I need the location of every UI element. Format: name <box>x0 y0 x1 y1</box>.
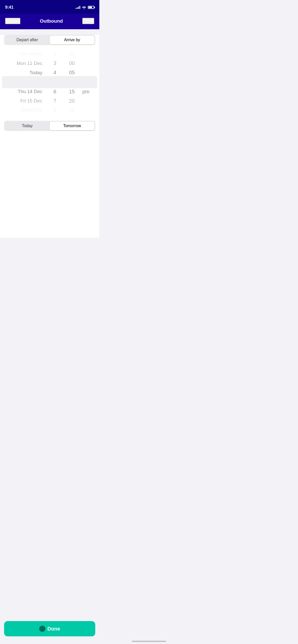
date-column[interactable]: Sun 10 Dec Mon 11 Dec Today Wed 13 Dec T… <box>0 49 46 115</box>
picker-ampm-am: am <box>82 77 91 87</box>
picker-hour-5: 7 <box>53 96 56 106</box>
picker-hour-6: 8 <box>54 106 56 115</box>
picker-date-4: Thu 14 Dec <box>18 87 42 96</box>
picker-hour-3: 5 <box>53 77 57 87</box>
picker-date-5: Fri 15 Dec <box>20 96 42 106</box>
picker-hour-2: 4 <box>53 68 56 77</box>
signal-icon <box>76 6 80 9</box>
today-button[interactable]: Today <box>5 122 50 130</box>
status-icons <box>76 6 94 9</box>
ampm-column[interactable]: am pm <box>80 49 99 115</box>
picker-hour-1: 3 <box>53 58 56 68</box>
picker-ampm-pm: pm <box>82 87 89 96</box>
picker-min-5: 20 <box>69 96 75 106</box>
status-time: 9:41 <box>5 5 13 10</box>
picker-date-0: Sun 10 Dec <box>20 49 42 58</box>
picker-min-1: 00 <box>69 58 75 68</box>
picker-min-6: 25 <box>69 106 74 115</box>
picker-date-6: Sat 16 Dec <box>21 106 42 115</box>
hour-column[interactable]: 2 3 4 5 6 7 8 <box>46 49 63 115</box>
wifi-icon <box>82 6 86 9</box>
nav-title: Outbound <box>40 18 63 24</box>
arrive-by-button[interactable]: Arrive by <box>50 36 94 44</box>
picker-min-3: 10 <box>68 77 76 87</box>
battery-icon <box>88 6 94 9</box>
tomorrow-button[interactable]: Tomorrow <box>50 122 94 130</box>
depart-after-button[interactable]: Depart after <box>5 36 50 44</box>
picker-hour-0: 2 <box>54 49 56 58</box>
picker-min-2: 05 <box>69 68 75 77</box>
depart-arrive-segment[interactable]: Depart after Arrive by <box>4 35 95 45</box>
picker-date-3: Wed 13 Dec <box>9 77 42 87</box>
spacer <box>0 136 99 238</box>
content-area: Depart after Arrive by Sun 10 Dec Mon 11… <box>0 35 99 238</box>
picker-min-0: 55 <box>69 49 74 58</box>
picker-date-1: Mon 11 Dec <box>17 58 42 68</box>
nav-done-button[interactable]: Done <box>82 18 94 24</box>
date-time-picker[interactable]: Sun 10 Dec Mon 11 Dec Today Wed 13 Dec T… <box>0 49 99 115</box>
minute-column[interactable]: 55 00 05 10 15 20 25 <box>63 49 80 115</box>
picker-min-4: 15 <box>69 87 75 96</box>
status-bar: 9:41 <box>0 0 99 14</box>
cancel-button[interactable]: Cancel <box>5 18 20 24</box>
nav-bar: Cancel Outbound Done <box>0 14 99 29</box>
today-tomorrow-segment[interactable]: Today Tomorrow <box>4 121 95 131</box>
picker-date-2: Today <box>30 68 43 77</box>
picker-hour-4: 6 <box>53 87 56 96</box>
